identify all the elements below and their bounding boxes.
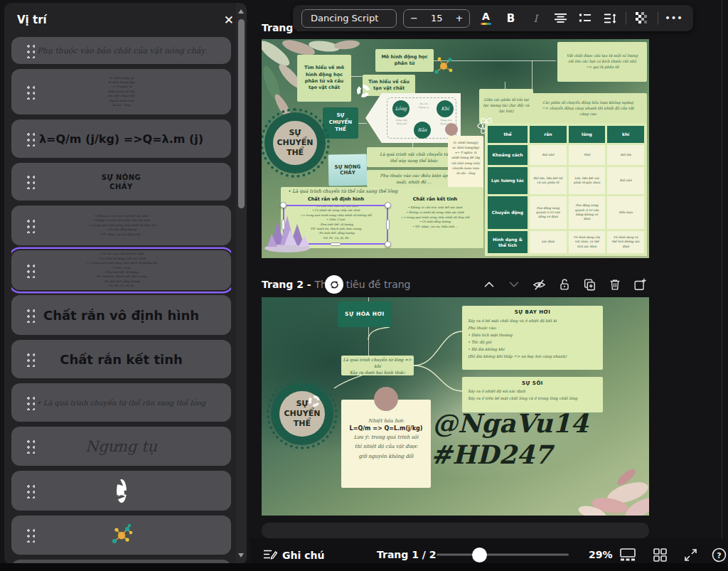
label-melting[interactable]: SỰ NÓNG CHẢY: [328, 154, 368, 186]
drag-handle-icon[interactable]: [26, 439, 35, 454]
note-process[interactable]: Là quá trình vật chất chuyển từ thể này …: [367, 147, 461, 167]
zoom-slider[interactable]: [437, 554, 569, 556]
table-cell: Rất nhỏ: [607, 167, 644, 194]
table-cell: Rất nhỏ: [530, 145, 567, 165]
state-diagram[interactable]: Lỏng Khí Rắn Bay hơi Ngưng tụ Nóng chảy …: [365, 93, 461, 143]
svg-text:?: ?: [717, 550, 721, 560]
drag-handle-icon[interactable]: [26, 85, 35, 100]
font-size-increase-button[interactable]: +: [449, 13, 469, 23]
zoom-slider-thumb[interactable]: [472, 548, 487, 562]
selection-handle[interactable]: [280, 202, 287, 208]
list-item[interactable]: • Là quá trình chuyển từ thể rắn sang th…: [11, 383, 231, 422]
list-item[interactable]: Phụ thuộc vào bản chất của vật nóng chảy: [11, 37, 231, 64]
font-family-select[interactable]: Dancing Script: [301, 9, 397, 28]
drag-handle-icon[interactable]: [26, 263, 35, 278]
selection-handle[interactable]: [386, 220, 390, 230]
note-depends[interactable]: Phụ thuộc vào các điều kiện áp suất, nhi…: [367, 170, 461, 187]
transformation-badge[interactable]: SỰ CHUYỂN THỂ: [264, 112, 326, 174]
label-vaporization[interactable]: SỰ HÓA HƠI: [338, 301, 392, 327]
transformation-badge[interactable]: SỰ CHUYỂN THỂ: [271, 383, 333, 445]
boiling-card[interactable]: SỰ SÔI Xảy ra ở nhiệt độ sôi xác định Xả…: [462, 377, 603, 412]
list-item[interactable]: [11, 471, 231, 511]
list-item[interactable]: SỰ NÓNG CHẢY: [11, 163, 231, 201]
note-q-meaning[interactable]: Q: nhiệt lượng(j) m: khối lượng(kg) => Ý…: [448, 136, 483, 193]
presentation-view-button[interactable]: [619, 545, 637, 564]
list-item[interactable]: [11, 516, 231, 555]
text-color-button[interactable]: A: [476, 9, 495, 28]
scrollbar-thumb[interactable]: [238, 19, 245, 208]
list-item[interactable]: Ngưng tụ: [11, 427, 231, 466]
page1-canvas[interactable]: Tìm hiểu về mô hình động học phân tử và …: [262, 39, 649, 258]
delete-page-button[interactable]: [606, 276, 623, 293]
alignment-button[interactable]: [551, 9, 569, 28]
scroll-down-icon[interactable]: [238, 553, 244, 557]
evaporation-title: SỰ BAY HƠI: [468, 309, 597, 315]
list-item-selected[interactable]: • Có cấu trúc tinh thể xác định • Có nhi…: [11, 250, 231, 290]
note-molecule-1[interactable]: Vật chất được cấu tạo từ một số lượng rấ…: [557, 42, 647, 82]
selection-handle[interactable]: [385, 241, 391, 247]
table-cell: Có hình dạng và thể tích không xác định: [607, 231, 644, 253]
hide-page-button[interactable]: [531, 276, 548, 293]
drag-handle-icon[interactable]: [26, 484, 35, 498]
next-page-strip[interactable]: [262, 523, 649, 538]
font-size-value[interactable]: 15: [424, 13, 449, 23]
zoom-level[interactable]: 29%: [589, 549, 613, 560]
note-kinetic-model[interactable]: Mô hình động học phân tử: [375, 49, 434, 72]
list-item[interactable]: λ=Q/m (j/kg) =>Q=λ.m (j): [11, 119, 231, 158]
selection-handle[interactable]: [331, 242, 341, 246]
list-item[interactable]: Q: nhiệt lượng (j) m: khối lượng (kg) =>…: [11, 69, 231, 114]
list-item[interactable]: Chất rắn kết tinh: [11, 340, 231, 378]
note-vaporization-process[interactable]: Là quá trình chuyển từ lỏng => khí Xảy r…: [341, 356, 414, 375]
drag-handle-icon[interactable]: [26, 308, 35, 323]
more-options-button[interactable]: •••: [665, 9, 683, 28]
panel-title: Vị trí: [17, 14, 47, 26]
grid-view-button[interactable]: [651, 545, 669, 564]
page-indicator[interactable]: Trang 1 / 2: [377, 549, 437, 560]
move-page-down-button[interactable]: [505, 276, 523, 293]
table-row-label: Hình dạng & thể tích: [488, 231, 528, 253]
fullscreen-button[interactable]: [681, 545, 700, 564]
list-item[interactable]: • Không có cấu trúc tinh thể xác định • …: [11, 206, 231, 245]
lock-page-button[interactable]: [556, 276, 573, 293]
sync-button[interactable]: [325, 275, 343, 294]
page2-canvas[interactable]: SỰ HÓA HƠI Là quá trình chuyển từ lỏng =…: [262, 297, 649, 516]
drag-handle-icon[interactable]: [26, 43, 35, 58]
watermark-handle: @NgaVu14: [432, 408, 588, 438]
transparency-button[interactable]: [633, 9, 651, 28]
note-molecule-2[interactable]: Các phân tử chuyển động hỗn loạn không n…: [529, 93, 647, 124]
add-page-button[interactable]: [631, 276, 648, 293]
line-spacing-button[interactable]: [601, 9, 619, 28]
help-button[interactable]: ?: [710, 545, 728, 564]
list-item-label: Chất rắn vô định hình: [35, 308, 231, 323]
notes-icon: [263, 549, 277, 561]
sidebar-scrollbar[interactable]: [236, 3, 247, 565]
close-icon[interactable]: ✕: [224, 14, 234, 26]
list-item[interactable]: Chất rắn vô định hình: [11, 295, 231, 335]
drag-handle-icon[interactable]: [26, 395, 35, 410]
note-structure[interactable]: Tìm hiểu về cấu tạo vật chất: [363, 75, 415, 96]
molecule-icon: [431, 53, 456, 79]
table-cell: Rất lớn: [607, 145, 644, 165]
drag-handle-icon[interactable]: [26, 352, 35, 367]
drag-handle-icon[interactable]: [26, 132, 35, 146]
selection-handle[interactable]: [385, 202, 391, 208]
duplicate-page-button[interactable]: [581, 276, 598, 293]
drag-handle-icon[interactable]: [26, 218, 35, 233]
evaporation-card[interactable]: SỰ BAY HƠI Xảy ra ở bề mặt chất lỏng và …: [462, 306, 603, 370]
italic-button[interactable]: I: [526, 9, 545, 28]
states-table[interactable]: thể rắn lỏng khí Khoảng cách Rất nhỏ Nhỏ…: [485, 123, 647, 256]
font-size-decrease-button[interactable]: −: [404, 13, 424, 23]
note-explore-model[interactable]: Tìm hiểu về mô hình động học phân tử và …: [297, 55, 351, 102]
bullet-list-button[interactable]: [576, 9, 594, 28]
gear-icon: [309, 395, 320, 407]
bold-button[interactable]: B: [501, 9, 520, 28]
drag-handle-icon[interactable]: [26, 174, 35, 189]
list-item-label: Phụ thuộc vào bản chất của vật nóng chảy: [35, 46, 231, 55]
table-cell: Dao động xung quanh vị trí cân bằng khôn…: [569, 196, 606, 229]
drag-handle-icon[interactable]: [26, 528, 35, 543]
notes-button[interactable]: Ghi chú: [263, 549, 324, 561]
move-page-up-button[interactable]: [481, 276, 498, 293]
label-transformation[interactable]: SỰ CHUYỂN THỂ: [323, 107, 358, 139]
heat-note-card[interactable]: Nhiệt hóa hơi: L=Q/m => Q=L.m(j/kg) Lưu …: [341, 400, 431, 488]
scroll-up-icon[interactable]: [238, 9, 244, 14]
